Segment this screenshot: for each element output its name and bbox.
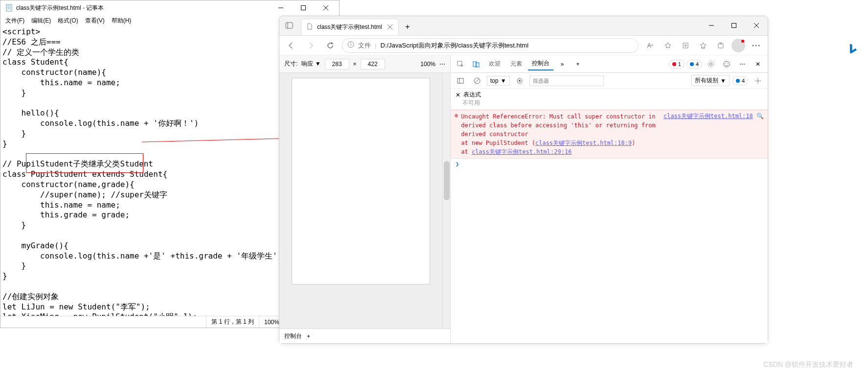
- svg-point-34: [724, 61, 730, 67]
- menu-edit[interactable]: 编辑(E): [28, 16, 54, 26]
- preview-scrollbar[interactable]: [442, 73, 450, 329]
- read-aloud-icon[interactable]: A»: [642, 38, 658, 53]
- svg-rect-15: [732, 24, 736, 28]
- filter-input[interactable]: [529, 75, 604, 86]
- info-badge[interactable]: 4: [686, 60, 702, 69]
- refresh-button[interactable]: [322, 38, 338, 53]
- maximize-button[interactable]: [292, 0, 315, 15]
- svg-point-35: [725, 63, 726, 64]
- devtools-panel: 欢迎 元素 控制台 » + 1 4 ⋯ ✕ top ▼ 所有级别 ▼: [451, 55, 768, 343]
- notepad-title-text: class关键字示例test.html - 记事本: [16, 4, 270, 12]
- preview-frame[interactable]: [292, 78, 430, 284]
- tabs-overflow-icon[interactable]: »: [555, 57, 569, 71]
- hidden-count-badge[interactable]: 4: [732, 76, 748, 85]
- expr-title: 表达式: [463, 91, 481, 99]
- tab-close-icon[interactable]: [387, 23, 393, 32]
- browser-minimize-button[interactable]: [700, 16, 723, 35]
- preview-viewport: [279, 73, 442, 329]
- live-expression-icon[interactable]: [513, 74, 526, 88]
- zoom-label[interactable]: 100%: [420, 61, 435, 68]
- devtools-close-icon[interactable]: ✕: [751, 57, 765, 71]
- inspect-icon[interactable]: [454, 57, 467, 71]
- tab-console[interactable]: 控制台: [528, 57, 553, 71]
- watermark: CSDN @软件开发技术爱好者: [763, 360, 853, 369]
- console-settings-icon[interactable]: [751, 74, 765, 88]
- favorite-icon[interactable]: [660, 38, 676, 53]
- favorites-bar-icon[interactable]: [695, 38, 711, 53]
- browser-maximize-button[interactable]: [723, 16, 745, 35]
- drawer-tab-console[interactable]: 控制台: [284, 332, 302, 340]
- svg-point-27: [753, 45, 754, 46]
- new-tab-button[interactable]: +: [399, 19, 416, 35]
- devtools-drawer-tabs: 控制台 +: [279, 329, 450, 343]
- responsive-dropdown[interactable]: 响应 ▼: [301, 60, 320, 68]
- devtools-more-icon[interactable]: ⋯: [735, 57, 749, 71]
- status-position: 第 1 行，第 1 列: [206, 316, 259, 328]
- devtools-tabs: 欢迎 元素 控制台 » + 1 4 ⋯ ✕: [451, 55, 768, 73]
- error-icon: ⊗: [455, 112, 458, 156]
- preview-more-icon[interactable]: ⋯: [439, 61, 445, 68]
- stack-link-1[interactable]: class关键字示例test.html:18:9: [535, 140, 632, 146]
- level-dropdown[interactable]: 所有级别 ▼: [691, 75, 730, 86]
- svg-rect-37: [457, 78, 463, 83]
- forward-button[interactable]: [303, 38, 319, 53]
- svg-point-42: [519, 80, 521, 82]
- search-error-icon[interactable]: 🔍: [756, 113, 764, 119]
- notepad-icon: [5, 4, 13, 12]
- minimize-button[interactable]: [270, 0, 292, 15]
- bing-sidebar-icon[interactable]: [844, 39, 863, 59]
- svg-point-28: [755, 45, 757, 46]
- settings-icon[interactable]: [704, 57, 718, 71]
- info-icon: [347, 41, 354, 49]
- address-bar[interactable]: 文件 | D:/JavaScript面向对象示例/class关键字示例test.…: [342, 38, 639, 53]
- profile-avatar[interactable]: [731, 38, 746, 53]
- expr-close-icon[interactable]: ✕: [456, 92, 460, 98]
- sidebar-toggle-icon[interactable]: [454, 74, 467, 88]
- browser-tabstrip: class关键字示例test.html +: [279, 16, 768, 36]
- tab-elements[interactable]: 元素: [506, 58, 526, 70]
- width-input[interactable]: [325, 59, 349, 70]
- svg-point-43: [757, 80, 759, 82]
- tab-actions-icon[interactable]: [279, 16, 299, 35]
- file-icon: [306, 23, 313, 31]
- tab-welcome[interactable]: 欢迎: [485, 58, 504, 70]
- error-source-link[interactable]: class关键字示例test.html:18: [663, 113, 753, 119]
- svg-point-29: [758, 45, 760, 46]
- preview-toolbar: 尺寸: 响应 ▼ × 100% ⋯: [279, 55, 450, 73]
- height-input[interactable]: [361, 59, 385, 70]
- notepad-titlebar: class关键字示例test.html - 记事本: [0, 0, 339, 15]
- stack-link-2[interactable]: class关键字示例test.html:29:16: [472, 148, 572, 155]
- device-toggle-icon[interactable]: [469, 57, 483, 71]
- svg-rect-0: [6, 4, 12, 11]
- back-button[interactable]: [283, 38, 299, 53]
- responsive-preview-panel: 尺寸: 响应 ▼ × 100% ⋯ 控制台 +: [279, 55, 451, 343]
- svg-rect-5: [301, 6, 306, 10]
- drawer-add-tab[interactable]: +: [307, 333, 310, 340]
- svg-rect-10: [286, 23, 293, 28]
- clear-console-icon[interactable]: [470, 74, 484, 88]
- svg-point-20: [350, 43, 351, 44]
- more-icon[interactable]: [748, 38, 764, 53]
- collections-icon[interactable]: [678, 38, 693, 53]
- close-button[interactable]: [315, 0, 337, 15]
- menu-format[interactable]: 格式(O): [55, 16, 81, 26]
- menu-file[interactable]: 文件(F): [2, 16, 27, 26]
- browser-window: class关键字示例test.html + 文件 | D:/JavaScript…: [279, 16, 768, 344]
- menu-view[interactable]: 查看(V): [82, 16, 108, 26]
- svg-line-40: [475, 79, 479, 83]
- console-output: ⊗ Uncaught ReferenceError: Must call sup…: [451, 110, 768, 343]
- tab-title: class关键字示例test.html: [317, 23, 383, 31]
- add-tab-icon[interactable]: +: [571, 57, 585, 71]
- error-message: Uncaught ReferenceError: Must call super…: [461, 113, 655, 138]
- console-prompt[interactable]: ❯: [451, 159, 768, 169]
- browser-tab[interactable]: class关键字示例test.html: [301, 19, 399, 35]
- browser-toolbar: 文件 | D:/JavaScript面向对象示例/class关键字示例test.…: [279, 36, 768, 55]
- menu-help[interactable]: 帮助(H): [109, 16, 135, 26]
- error-badge[interactable]: 1: [669, 60, 685, 69]
- feedback-icon[interactable]: [720, 57, 733, 71]
- svg-point-36: [728, 63, 729, 64]
- browser-close-button[interactable]: [745, 16, 768, 35]
- context-dropdown[interactable]: top ▼: [487, 76, 510, 86]
- console-error: ⊗ Uncaught ReferenceError: Must call sup…: [451, 110, 768, 159]
- extensions-icon[interactable]: [713, 38, 729, 53]
